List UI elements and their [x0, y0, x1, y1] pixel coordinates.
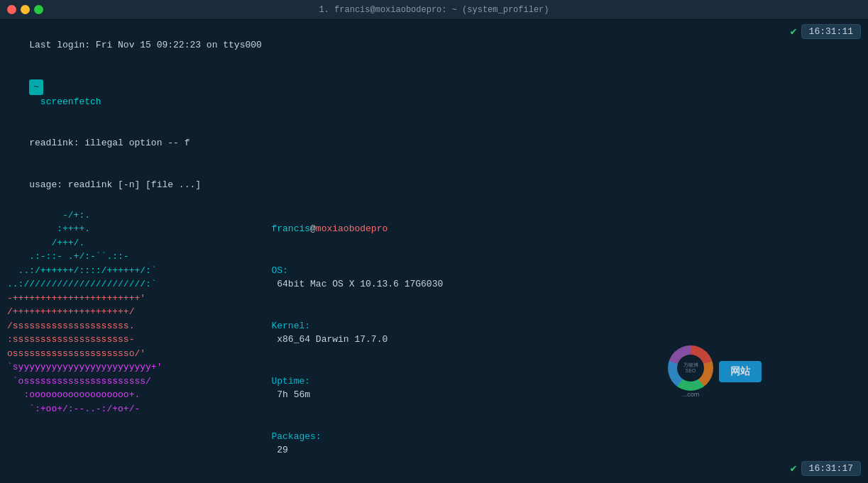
os-value: 64bit Mac OS X 10.13.6 17G6030 — [271, 279, 443, 289]
sysinfo-area: francis@moxiaobodepro OS: 64bit Mac OS X… — [220, 209, 861, 484]
time-display-top: 16:31:11 — [801, 24, 861, 39]
minimize-button[interactable] — [21, 5, 30, 14]
ascii-line-5: ..:/++++++/::::/++++++/:` — [7, 264, 220, 278]
shell-line: Shell: zsh 5.3 — [227, 471, 861, 483]
watermark-button: 网站 — [719, 361, 762, 382]
ascii-line-13: `ossssssssssssssssssssss/ — [7, 374, 220, 389]
kernel-line: Kernel: x86_64 Darwin 17.7.0 — [227, 305, 861, 360]
uptime-value: 7h 56m — [271, 389, 310, 400]
time-display-bottom: 16:31:17 — [801, 461, 861, 476]
kernel-value: x86_64 Darwin 17.7.0 — [271, 334, 388, 345]
watermark-domain: ...com — [682, 391, 700, 398]
status-bar-top: ✔ 16:31:11 — [791, 24, 861, 39]
close-button[interactable] — [7, 5, 16, 14]
ascii-line-1: -/+:. — [7, 209, 220, 223]
terminal-body: ✔ 16:31:11 Last login: Fri Nov 15 09:22:… — [0, 20, 868, 483]
ascii-line-10: :sssssssssssssssssssss- — [7, 333, 220, 347]
packages-value: 29 — [271, 445, 287, 455]
ascii-line-3: /+++/. — [7, 236, 220, 250]
os-label: OS: — [271, 265, 287, 276]
titlebar: 1. francis@moxiaobodepro: ~ (system_prof… — [0, 0, 868, 20]
ascii-line-12: `syyyyyyyyyyyyyyyyyyyyyyyy+' — [7, 360, 220, 374]
watermark-overlay: 万晓博SEO ...com 网站 — [668, 345, 762, 398]
uptime-line: Uptime: 7h 56m — [227, 360, 861, 416]
check-icon: ✔ — [791, 25, 797, 38]
ascii-line-14: :oooooooooooooooooo+. — [7, 388, 220, 402]
packages-line: Packages: 29 — [227, 416, 861, 471]
ascii-line-6: ..://////////////////////:` — [7, 277, 220, 292]
ascii-line-15: `:+oo+/:--..-:/+o+/- — [7, 402, 220, 416]
hostname: moxiaobodepro — [316, 223, 388, 234]
status-bar-bottom: ✔ 16:31:17 — [791, 461, 861, 476]
window-controls[interactable] — [7, 5, 43, 14]
ascii-line-4: .:-::- .+/:-``.::- — [7, 250, 220, 264]
maximize-button[interactable] — [34, 5, 43, 14]
prompt-badge: ~ — [29, 79, 43, 95]
ascii-line-11: ossssssssssssssssssssso/' — [7, 347, 220, 361]
command-text: screenfetch — [29, 96, 101, 107]
ascii-art-area: -/+:. :++++. /+++/. .:-::- .+/:-``.::- .… — [7, 209, 220, 484]
packages-label: Packages: — [271, 431, 321, 442]
command-line: ~ screenfetch — [7, 66, 861, 123]
os-line: OS: 64bit Mac OS X 10.13.6 17G6030 — [227, 250, 861, 305]
kernel-label: Kernel: — [271, 321, 310, 331]
user-host-line: francis@moxiaobodepro — [227, 209, 861, 250]
window-title: 1. francis@moxiaobodepro: ~ (system_prof… — [319, 5, 549, 15]
ascii-line-9: /sssssssssssssssssssss. — [7, 319, 220, 333]
uptime-label: Uptime: — [271, 376, 310, 387]
ascii-line-8: /+++++++++++++++++++++/ — [7, 305, 220, 319]
username: francis — [271, 223, 310, 234]
last-login-line: Last login: Fri Nov 15 09:22:23 on ttys0… — [7, 24, 861, 66]
ascii-line-2: :++++. — [7, 222, 220, 236]
check-icon-bottom: ✔ — [791, 462, 797, 475]
ascii-line-7: -+++++++++++++++++++++++' — [7, 292, 220, 306]
watermark-circle: 万晓博SEO — [668, 345, 713, 391]
error-line-1: readlink: illegal option -- f — [7, 123, 861, 165]
error-line-2: usage: readlink [-n] [file ...] — [7, 164, 861, 206]
